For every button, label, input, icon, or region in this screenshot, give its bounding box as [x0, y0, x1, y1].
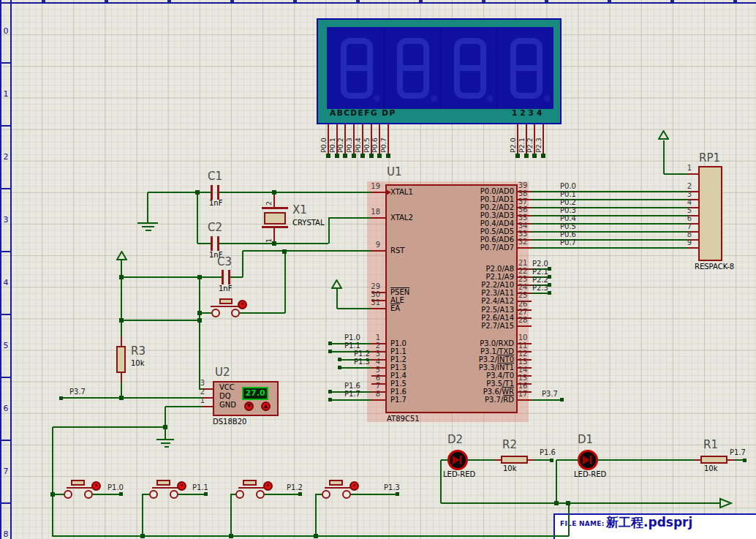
button-cap[interactable] — [156, 480, 170, 486]
net-label-p0[interactable]: P0.1 — [560, 191, 576, 198]
u1-pin-stub[interactable] — [518, 325, 532, 327]
net-label-button[interactable]: P1.3 — [384, 484, 400, 491]
wire[interactable] — [219, 192, 371, 193]
net-terminal[interactable] — [541, 154, 545, 158]
button-actuator[interactable]: • — [349, 481, 359, 491]
x1-part[interactable]: CRYSTAL — [292, 219, 325, 227]
net-label-p3.7[interactable]: P3.7 — [542, 391, 558, 398]
wire[interactable] — [53, 426, 165, 428]
u1-pin-stub[interactable] — [518, 247, 532, 249]
net-terminal[interactable] — [328, 342, 332, 345]
output-arrow-icon[interactable] — [719, 497, 733, 509]
wire[interactable] — [337, 308, 371, 309]
button-terminal[interactable] — [235, 490, 244, 499]
wire-p2-stub[interactable] — [532, 293, 549, 294]
net-label-p1[interactable]: P1.0 — [344, 334, 360, 342]
reset-button-actuator[interactable]: • — [238, 300, 247, 309]
wire[interactable] — [197, 243, 211, 244]
button-actuator[interactable]: • — [263, 481, 273, 491]
wire[interactable] — [265, 494, 300, 495]
rp1-part[interactable]: RESPACK-8 — [695, 263, 734, 271]
r1-value[interactable]: 10k — [704, 465, 718, 472]
wire[interactable] — [328, 217, 371, 219]
net-label-p1[interactable]: P1.2 — [354, 350, 370, 358]
r1-ref[interactable]: R1 — [703, 440, 718, 451]
net-label-p1.6[interactable]: P1.6 — [540, 449, 556, 456]
net-terminal[interactable] — [560, 398, 564, 402]
button-terminal[interactable] — [84, 490, 93, 499]
d1-led[interactable] — [578, 450, 598, 470]
wire[interactable] — [284, 251, 286, 313]
button-actuator[interactable]: • — [177, 481, 186, 491]
button-terminal[interactable] — [149, 490, 158, 499]
net-label-p0[interactable]: P0.6 — [560, 231, 576, 238]
display-pin[interactable] — [543, 124, 544, 155]
wire-p0-bus[interactable] — [532, 223, 687, 225]
wire[interactable] — [468, 459, 495, 461]
wire[interactable] — [534, 459, 551, 461]
button-terminal[interactable] — [342, 490, 351, 499]
d1-ref[interactable]: D1 — [578, 434, 593, 445]
net-terminal[interactable] — [335, 154, 339, 158]
rp1-pin-stub[interactable] — [687, 173, 698, 175]
net-terminal[interactable] — [524, 154, 529, 158]
net-terminal[interactable] — [119, 492, 123, 496]
wire[interactable] — [121, 260, 122, 336]
net-terminal[interactable] — [352, 154, 356, 158]
net-label-p0[interactable]: P0.0 — [560, 183, 576, 190]
power-arrow-icon[interactable] — [658, 130, 669, 140]
x1-body[interactable] — [264, 212, 286, 225]
r3-ref[interactable]: R3 — [131, 346, 145, 357]
wire[interactable] — [532, 399, 562, 401]
button-terminal[interactable] — [64, 490, 72, 499]
net-label-button[interactable]: P1.1 — [192, 484, 208, 491]
net-label-p2[interactable]: P2.2 — [532, 276, 548, 284]
u1-pin-stub[interactable] — [371, 217, 385, 219]
net-terminal[interactable] — [743, 459, 746, 462]
wire[interactable] — [143, 494, 149, 495]
reset-button-terminal[interactable] — [211, 309, 220, 317]
r2-ref[interactable]: R2 — [502, 440, 517, 451]
power-arrow-icon[interactable] — [331, 279, 342, 290]
net-label-button[interactable]: P1.0 — [107, 484, 124, 491]
u2-temp-down-button[interactable]: ▼ — [244, 402, 254, 411]
d2-ref[interactable]: D2 — [447, 434, 463, 445]
wire[interactable] — [93, 494, 121, 495]
wire[interactable] — [441, 459, 447, 461]
d1-part[interactable]: LED-RED — [574, 471, 606, 478]
wire[interactable] — [165, 406, 203, 407]
net-label-p1[interactable]: P1.1 — [344, 342, 360, 350]
button-actuator[interactable]: • — [91, 481, 101, 491]
button-terminal[interactable] — [170, 490, 178, 499]
wire[interactable] — [663, 140, 665, 174]
u2-part[interactable]: DS18B20 — [213, 418, 246, 426]
net-label-p0[interactable]: P0.2 — [560, 199, 576, 206]
wire-p0-bus[interactable] — [532, 199, 687, 200]
net-terminal[interactable] — [550, 459, 553, 462]
wire-p0-bus[interactable] — [532, 247, 687, 249]
rp1-body[interactable] — [698, 166, 722, 261]
reset-button-terminal[interactable] — [231, 309, 240, 317]
wire[interactable] — [598, 459, 696, 461]
net-label-p0[interactable]: P0.4 — [560, 215, 576, 222]
u1-pin-stub[interactable] — [371, 250, 385, 252]
wire[interactable] — [147, 192, 148, 223]
u1-pin-stub[interactable] — [518, 399, 532, 401]
u1-pin-stub[interactable] — [371, 192, 385, 193]
net-terminal[interactable] — [326, 154, 330, 158]
wire-p1-stub[interactable] — [340, 367, 371, 369]
r3-body[interactable] — [116, 346, 126, 373]
net-label-p0[interactable]: P0.7 — [560, 239, 576, 246]
net-terminal[interactable] — [396, 492, 399, 496]
net-label-p2[interactable]: P2.0 — [532, 260, 548, 268]
rp1-ref[interactable]: RP1 — [699, 153, 720, 164]
r2-body[interactable] — [501, 456, 528, 464]
wire[interactable] — [441, 502, 720, 504]
wire[interactable] — [148, 192, 211, 193]
button-cap[interactable] — [71, 480, 85, 486]
d2-led[interactable] — [447, 450, 468, 470]
net-label-p2[interactable]: P2.1 — [532, 268, 548, 276]
net-terminal[interactable] — [204, 492, 208, 496]
wire[interactable] — [230, 494, 232, 536]
c3-value[interactable]: 1nF — [219, 285, 232, 293]
